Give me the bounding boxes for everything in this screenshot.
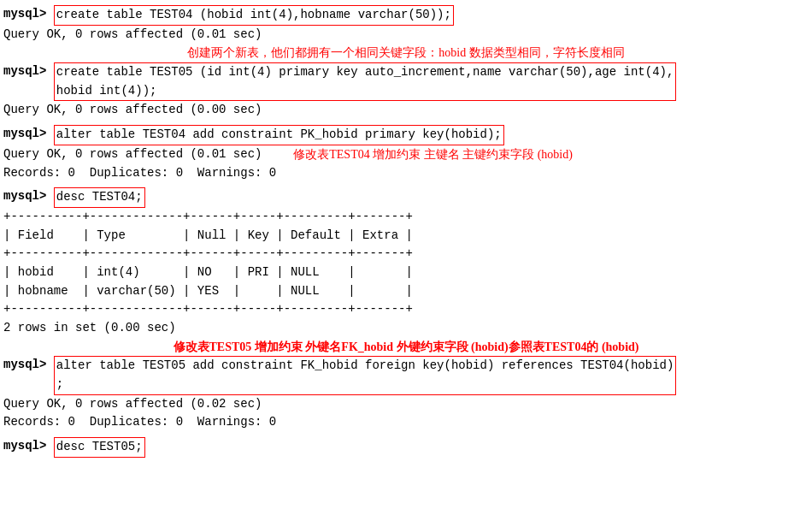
cmd-2: create table TEST05 (id int(4) primary k… bbox=[54, 62, 677, 101]
output-3: Query OK, 0 rows affected (0.01 sec) Rec… bbox=[3, 145, 276, 182]
annotation-2: 修改表TEST04 增加约束 主键名 主键约束字段 (hobid) bbox=[293, 145, 573, 164]
cmd-1: create table TEST04 (hobid int(4),hobnam… bbox=[54, 5, 454, 26]
cmd-4: desc TEST04; bbox=[54, 187, 145, 208]
cmd-5: alter table TEST05 add constraint FK_hob… bbox=[54, 356, 677, 394]
output-5a: Query OK, 0 rows affected (0.02 sec) bbox=[3, 395, 809, 414]
output-3-wrap: Query OK, 0 rows affected (0.01 sec) Rec… bbox=[3, 145, 809, 182]
annotation-3: 修改表TEST05 增加约束 外键名FK_hobid 外键约束字段 (hobid… bbox=[3, 338, 809, 357]
cmd-line-1: mysql> create table TEST04 (hobid int(4)… bbox=[3, 5, 809, 26]
output-5b: Records: 0 Duplicates: 0 Warnings: 0 bbox=[3, 413, 809, 432]
terminal: mysql> create table TEST04 (hobid int(4)… bbox=[0, 0, 812, 463]
output-1: Query OK, 0 rows affected (0.01 sec) bbox=[3, 26, 809, 44]
prompt-3: mysql> bbox=[3, 125, 54, 144]
prompt-5: mysql> bbox=[3, 356, 54, 375]
cmd-line-3: mysql> alter table TEST04 add constraint… bbox=[3, 125, 809, 145]
cmd-3: alter table TEST04 add constraint PK_hob… bbox=[54, 125, 504, 145]
prompt-1: mysql> bbox=[3, 5, 54, 24]
cmd-line-4: mysql> desc TEST04; bbox=[3, 187, 809, 208]
output-4: 2 rows in set (0.00 sec) bbox=[3, 319, 809, 338]
cmd-line-5: mysql> alter table TEST05 add constraint… bbox=[3, 356, 809, 394]
prompt-6: mysql> bbox=[3, 437, 54, 456]
output-2: Query OK, 0 rows affected (0.00 sec) bbox=[3, 101, 809, 120]
cmd-6: desc TEST05; bbox=[54, 437, 145, 458]
annotation-1: 创建两个新表，他们都拥有一个相同关键字段：hobid 数据类型相同，字符长度相同 bbox=[3, 44, 809, 62]
prompt-2: mysql> bbox=[3, 62, 54, 81]
table-output: +----------+-------------+------+-----+-… bbox=[3, 208, 809, 319]
cmd-line-2: mysql> create table TEST05 (id int(4) pr… bbox=[3, 62, 809, 101]
prompt-4: mysql> bbox=[3, 187, 54, 206]
cmd-line-6: mysql> desc TEST05; bbox=[3, 437, 809, 458]
